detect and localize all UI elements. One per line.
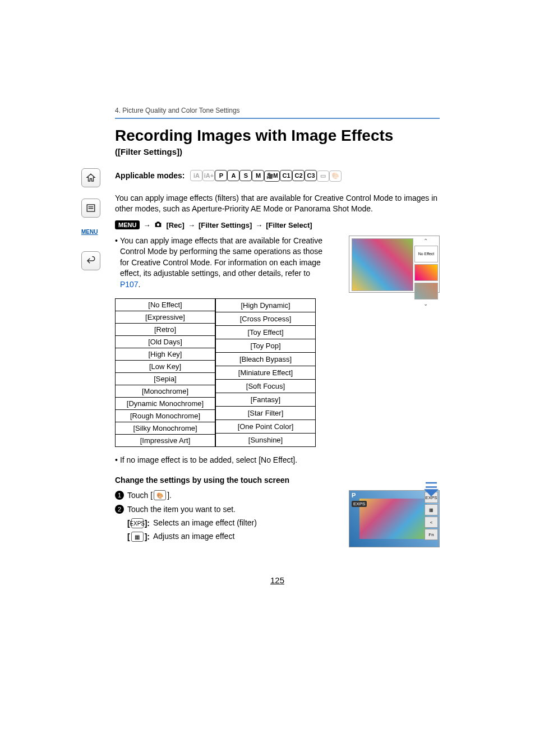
touch-step-1: 1 Touch [ 🎨 ]. xyxy=(115,490,332,500)
effect-indicator: EXPS xyxy=(352,501,367,507)
touch-step-2: 2 Touch the item you want to set. xyxy=(115,505,332,514)
camera-icon xyxy=(154,220,163,230)
effect-cell: [Sepia] xyxy=(116,372,215,385)
arrow-icon: → xyxy=(255,221,262,229)
menu-chip: MENU xyxy=(115,220,140,229)
effect-cell: [Bleach Bypass] xyxy=(216,352,316,366)
effect-cell: [Expressive] xyxy=(116,311,215,323)
adjust-icon: ▦ xyxy=(131,532,144,542)
effect-cell: [Retro] xyxy=(116,323,215,335)
back-icon-button[interactable] xyxy=(81,251,100,270)
bullet-note-2: • If no image effect is to be added, sel… xyxy=(115,455,440,466)
effect-cell: [Fantasy] xyxy=(216,393,316,406)
toc-icon-button[interactable] xyxy=(81,199,100,218)
continue-arrow-icon xyxy=(423,480,440,501)
mode-icon-p: P xyxy=(215,170,227,181)
desc-exps: [EXPS]: Selects an image effect (filter) xyxy=(127,518,332,528)
page-link-p107[interactable]: P107 xyxy=(120,280,139,289)
mode-icon-c2: C2 xyxy=(292,170,305,181)
effect-cell: [Cross Process] xyxy=(216,312,316,325)
touch-btn-back: < xyxy=(425,517,438,528)
effect-cell: [Sunshine] xyxy=(216,433,316,446)
touch-section-heading: Change the settings by using the touch s… xyxy=(115,476,440,485)
mode-icon-m: M xyxy=(252,170,264,181)
effect-cell: [Star Filter] xyxy=(216,406,316,420)
effect-cell: [One Point Color] xyxy=(216,420,316,433)
mode-icon-🎨: 🎨 xyxy=(329,170,342,182)
effect-cell: [Silky Monochrome] xyxy=(116,422,215,434)
arrow-icon: → xyxy=(188,221,195,229)
applicable-modes-row: Applicable modes: iAiA+PASM🎥MC1C2C3▭🎨 xyxy=(115,170,440,182)
preview-thumb-effect xyxy=(414,283,438,299)
effect-cell: [Dynamic Monochrome] xyxy=(116,397,215,409)
mode-icon-a: A xyxy=(227,170,239,181)
mode-icon-c3: C3 xyxy=(305,170,317,181)
effect-cell: [Toy Pop] xyxy=(216,339,316,352)
mode-icon-ia+: iA+ xyxy=(202,170,215,181)
menu-path-filter-select: [Filter Select] xyxy=(266,221,312,229)
menu-path-filter-settings: [Filter Settings] xyxy=(199,221,252,229)
mode-icon-ia: iA xyxy=(190,170,202,181)
preview-thumb-no-effect: No Effect xyxy=(414,246,438,262)
mode-icon-c1: C1 xyxy=(280,170,292,181)
effect-cell: [Soft Focus] xyxy=(216,379,316,393)
effect-cell: [Rough Monochrome] xyxy=(116,409,215,422)
exps-icon: EXPS xyxy=(131,518,144,528)
mode-icon-s: S xyxy=(239,170,252,181)
effect-cell: [Monochrome] xyxy=(116,385,215,397)
home-icon-button[interactable] xyxy=(81,168,100,187)
breadcrumb: 4. Picture Quality and Color Tone Settin… xyxy=(115,107,440,114)
bullet-note-1: • You can apply image effects that are a… xyxy=(115,236,326,291)
effect-cell: [High Key] xyxy=(116,348,215,360)
subtitle: ([Filter Settings]) xyxy=(115,147,440,156)
effect-cell: [High Dynamic] xyxy=(216,298,316,312)
mode-icon-🎥m: 🎥M xyxy=(264,170,280,182)
intro-text: You can apply image effects (filters) th… xyxy=(115,193,440,215)
effect-cell: [No Effect] xyxy=(116,298,215,311)
effect-cell: [Toy Effect] xyxy=(216,325,316,339)
menu-path: MENU → [Rec] → [Filter Settings] → [Filt… xyxy=(115,220,440,230)
applicable-modes-label: Applicable modes: xyxy=(115,171,185,180)
effect-cell: [Impressive Art] xyxy=(116,434,215,446)
filter-preview-screenshot: ⌃ No Effect ⌄ xyxy=(349,236,440,293)
effects-table: [No Effect][Expressive][Retro][Old Days]… xyxy=(115,298,440,447)
preview-thumb-effect xyxy=(414,264,438,281)
page-title: Recording Images with Image Effects xyxy=(115,127,440,145)
divider xyxy=(115,118,440,119)
effect-cell: [Miniature Effect] xyxy=(216,366,316,379)
svg-point-3 xyxy=(157,223,160,226)
arrow-icon: → xyxy=(143,221,150,229)
menu-link[interactable]: MENU xyxy=(81,229,103,240)
page-number: 125 xyxy=(115,575,440,585)
filter-touch-icon: 🎨 xyxy=(154,490,166,500)
menu-path-rec: [Rec] xyxy=(166,221,185,229)
effect-cell: [Old Days] xyxy=(116,335,215,348)
effect-cell: [Low Key] xyxy=(116,360,215,372)
mode-indicator: P xyxy=(352,492,356,499)
mode-icon-▭: ▭ xyxy=(317,170,329,182)
touch-btn-fn: Fn xyxy=(425,529,438,540)
touch-btn-adjust: ▦ xyxy=(425,504,438,515)
desc-adjust: [▦]: Adjusts an image effect xyxy=(127,532,332,542)
